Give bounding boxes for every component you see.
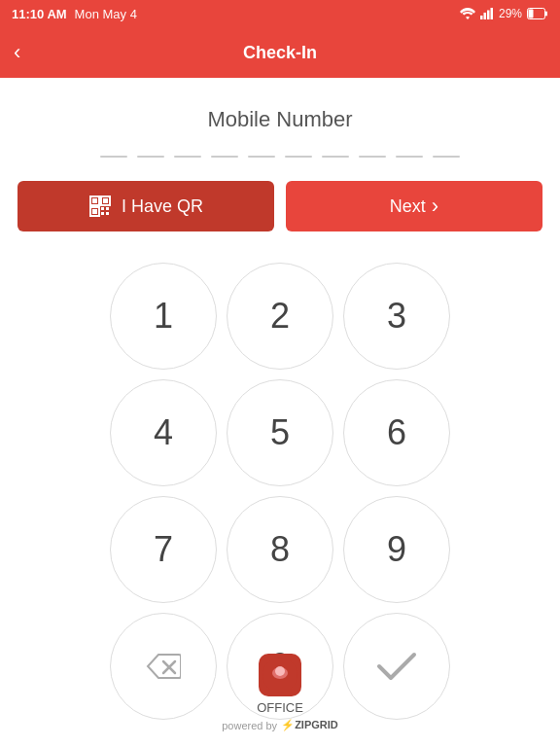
svg-rect-3 <box>490 8 493 19</box>
battery-icon <box>527 8 548 19</box>
back-button[interactable]: ‹ <box>14 42 20 63</box>
phone-dash-10 <box>433 156 460 158</box>
status-icons: 29% <box>460 7 548 20</box>
next-button[interactable]: Next › <box>286 181 542 231</box>
key-7[interactable]: 7 <box>110 496 217 603</box>
phone-display <box>100 156 460 158</box>
key-8[interactable]: 8 <box>227 496 333 603</box>
app-header: ‹ Check-In <box>0 27 560 78</box>
footer-logo <box>259 654 301 696</box>
zipgrid-brand: ⚡ZIPGRID <box>281 719 338 731</box>
svg-rect-0 <box>480 16 483 19</box>
status-bar: 11:10 AM Mon May 4 29% <box>0 0 560 27</box>
status-date: Mon May 4 <box>75 7 137 21</box>
next-button-label: Next <box>390 196 426 217</box>
phone-dash-1 <box>100 156 127 158</box>
svg-rect-14 <box>106 207 109 210</box>
qr-icon <box>88 195 112 218</box>
svg-rect-10 <box>103 198 108 203</box>
svg-rect-16 <box>106 212 109 215</box>
next-chevron: › <box>432 194 438 219</box>
powered-by-label: powered by <box>222 720 277 731</box>
phone-dash-5 <box>248 156 275 158</box>
svg-rect-13 <box>101 207 104 210</box>
svg-rect-1 <box>483 13 486 19</box>
action-buttons: I Have QR Next › <box>18 181 542 231</box>
header-title: Check-In <box>243 43 317 63</box>
footer-office-label: OFFICE <box>257 700 303 715</box>
phone-dash-7 <box>322 156 349 158</box>
phone-dash-2 <box>137 156 164 158</box>
svg-point-21 <box>275 666 285 676</box>
svg-rect-8 <box>92 198 97 203</box>
key-3[interactable]: 3 <box>343 263 450 370</box>
phone-dash-3 <box>174 156 201 158</box>
phone-dash-8 <box>359 156 386 158</box>
status-time: 11:10 AM <box>12 7 67 21</box>
section-title: Mobile Number <box>207 107 352 132</box>
phone-dash-9 <box>396 156 423 158</box>
key-9[interactable]: 9 <box>343 496 450 603</box>
wifi-icon <box>460 8 475 19</box>
main-content: Mobile Number I Ha <box>0 78 560 720</box>
svg-rect-12 <box>92 209 97 214</box>
svg-rect-6 <box>545 12 547 17</box>
key-1[interactable]: 1 <box>110 263 217 370</box>
qr-button-label: I Have QR <box>122 196 203 217</box>
qr-button[interactable]: I Have QR <box>18 181 274 231</box>
phone-dash-6 <box>285 156 312 158</box>
svg-rect-15 <box>101 212 104 215</box>
key-5[interactable]: 5 <box>227 379 333 486</box>
numpad: 1 2 3 4 5 6 7 8 9 0 <box>110 263 450 720</box>
office-logo-icon <box>262 658 298 693</box>
footer: OFFICE powered by ⚡ZIPGRID <box>0 654 560 731</box>
key-2[interactable]: 2 <box>227 263 333 370</box>
svg-rect-5 <box>529 10 534 18</box>
signal-icon <box>480 8 494 19</box>
battery-text: 29% <box>499 7 522 20</box>
key-4[interactable]: 4 <box>110 379 217 486</box>
svg-rect-2 <box>487 11 490 20</box>
phone-dash-4 <box>211 156 238 158</box>
footer-powered-by: powered by ⚡ZIPGRID <box>222 719 338 731</box>
key-6[interactable]: 6 <box>343 379 450 486</box>
